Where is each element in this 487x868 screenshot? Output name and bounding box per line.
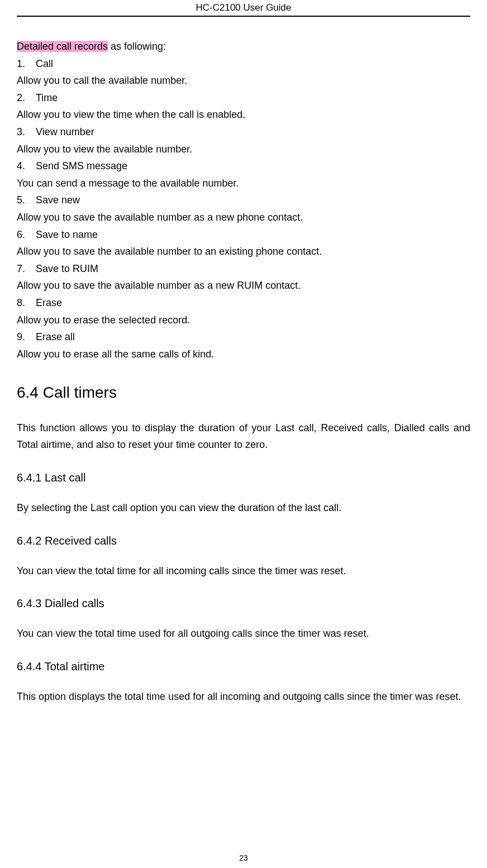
item-num: 4.: [17, 158, 36, 175]
list-item: 9.Erase all: [17, 328, 470, 346]
item-title: Erase: [36, 297, 62, 308]
item-desc: Allow you to erase the selected record.: [17, 312, 470, 329]
highlighted-text: Detailed call records: [17, 41, 108, 52]
item-title: Send SMS message: [36, 160, 127, 171]
item-title: Time: [36, 92, 58, 103]
subsection-heading-dialled-calls: 6.4.3 Dialled calls: [17, 594, 470, 613]
item-desc: You can send a message to the available …: [17, 175, 470, 192]
page-header: HC-C2100 User Guide: [17, 0, 470, 17]
item-num: 8.: [17, 294, 36, 312]
page-content: Detailed call records as following: 1.Ca…: [17, 17, 470, 705]
list-item: 8.Erase: [17, 294, 470, 312]
item-num: 7.: [17, 260, 36, 278]
intro-line: Detailed call records as following:: [17, 38, 470, 55]
list-item: 6.Save to name: [17, 226, 470, 244]
list-item: 3.View number: [17, 123, 470, 141]
item-title: Call: [36, 58, 53, 69]
subsection-heading-total-airtime: 6.4.4 Total airtime: [17, 657, 470, 676]
item-num: 5.: [17, 192, 36, 209]
item-desc: Allow you to view the available number.: [17, 141, 470, 158]
section-heading-call-timers: 6.4 Call timers: [17, 379, 470, 406]
section-para-call-timers: This function allows you to display the …: [17, 419, 470, 454]
item-desc: Allow you to erase all the same calls of…: [17, 346, 470, 363]
item-num: 6.: [17, 226, 36, 244]
subsection-para-dialled-calls: You can view the total time used for all…: [17, 625, 470, 642]
item-num: 1.: [17, 55, 36, 73]
subsection-para-last-call: By selecting the Last call option you ca…: [17, 499, 470, 517]
item-title: Save to RUIM: [36, 263, 98, 274]
list-item: 7.Save to RUIM: [17, 260, 470, 278]
item-num: 9.: [17, 328, 36, 346]
subsection-heading-last-call: 6.4.1 Last call: [17, 468, 470, 487]
list-item: 1.Call: [17, 55, 470, 73]
item-num: 2.: [17, 89, 36, 107]
item-desc: Allow you to call the available number.: [17, 72, 470, 89]
item-desc: Allow you to save the available number t…: [17, 243, 470, 260]
subsection-para-received-calls: You can view the total time for all inco…: [17, 562, 470, 580]
item-desc: Allow you to save the available number a…: [17, 209, 470, 226]
list-item: 4.Send SMS message: [17, 158, 470, 175]
item-desc: Allow you to view the time when the call…: [17, 106, 470, 123]
item-desc: Allow you to save the available number a…: [17, 277, 470, 294]
list-item: 2.Time: [17, 89, 470, 107]
subsection-heading-received-calls: 6.4.2 Received calls: [17, 531, 470, 550]
page-number: 23: [0, 853, 487, 862]
item-title: Save new: [36, 194, 80, 206]
document-page: HC-C2100 User Guide Detailed call record…: [0, 0, 487, 868]
item-title: Erase all: [36, 331, 75, 342]
subsection-para-total-airtime: This option displays the total time used…: [17, 688, 470, 705]
header-title: HC-C2100 User Guide: [195, 2, 291, 13]
intro-rest: as following:: [108, 41, 166, 52]
item-title: View number: [36, 126, 94, 137]
item-title: Save to name: [36, 229, 98, 240]
item-num: 3.: [17, 123, 36, 141]
list-item: 5.Save new: [17, 192, 470, 209]
